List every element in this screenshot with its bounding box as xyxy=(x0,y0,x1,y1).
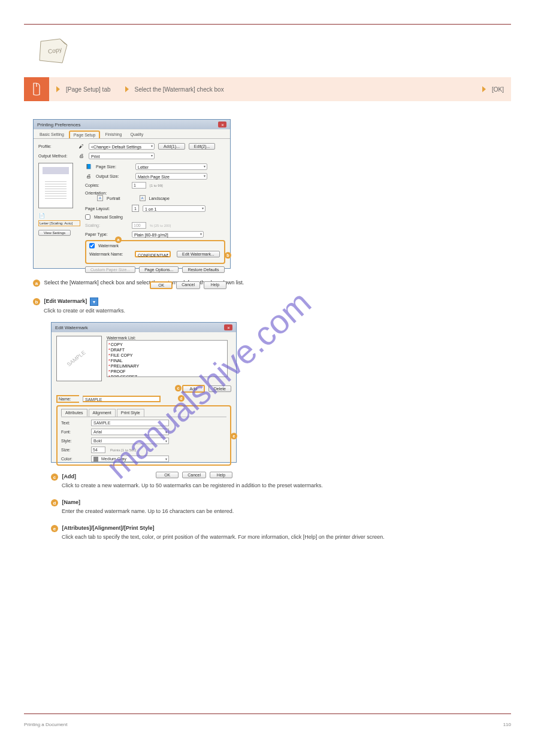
note-d-title: [Name] xyxy=(62,499,81,505)
copy-watermark-illustration: Copy xyxy=(36,37,72,65)
note-b-text: Click to create or edit watermarks. xyxy=(44,308,511,314)
watermark-name-label: Watermark Name: xyxy=(89,252,131,256)
path-step-1: [Page Setup] tab xyxy=(66,86,111,93)
cancel-button-2[interactable]: Cancel xyxy=(182,472,206,478)
cancel-button[interactable]: Cancel xyxy=(176,281,200,289)
portrait-radio[interactable]: Portrait xyxy=(107,196,120,201)
portrait-preview-icon: 📄 xyxy=(38,212,46,219)
output-method-combo[interactable]: Print xyxy=(89,153,155,159)
watermark-list[interactable]: *COPY *DRAFT *FILE COPY *FINAL *PRELIMIN… xyxy=(107,340,228,377)
note-e-title: [Attributes]/[Alignment]/[Print Style] xyxy=(62,525,155,531)
watermark-preview-text: SAMPLE xyxy=(66,350,87,368)
page-size-icon: 📘 xyxy=(85,163,92,170)
note-d-block: d [Name] Enter the created watermark nam… xyxy=(51,499,511,514)
page-layout-combo[interactable]: 1 on 1 xyxy=(143,205,205,212)
letter-b: b xyxy=(33,298,40,305)
page-container: Copy [Page Setup] tab Select the [Waterm… xyxy=(0,0,535,553)
font-combo[interactable]: Arial▾ xyxy=(91,429,169,435)
delete-watermark-button[interactable]: Delete xyxy=(208,385,231,392)
ok-button-2[interactable]: OK xyxy=(156,472,179,478)
scaling-spinner: 100 xyxy=(132,222,146,229)
paint-icon: 🖌 xyxy=(78,142,85,150)
profile-combo[interactable]: <Change> Default Settings xyxy=(89,143,155,150)
page-options-button[interactable]: Page Options... xyxy=(139,266,179,273)
view-settings-button[interactable]: View Settings xyxy=(38,230,71,236)
scaling-label: Scaling: xyxy=(85,223,128,227)
orientation-label: Orientation: xyxy=(85,191,225,195)
text-label: Text: xyxy=(61,421,86,425)
chevron-right-icon xyxy=(56,86,60,92)
add-profile-button[interactable]: Add(1)... xyxy=(158,143,185,150)
footer-category: Printing a Document xyxy=(24,722,67,727)
tab-quality[interactable]: Quality xyxy=(126,130,147,138)
edit-watermark-button[interactable]: Edit Watermark... xyxy=(177,251,220,257)
collapse-icon[interactable]: ▾ xyxy=(90,297,98,306)
watermark-preview: SAMPLE xyxy=(56,336,102,381)
footer-page-number: 110 xyxy=(503,722,511,727)
callout-d: d xyxy=(178,395,185,402)
edit-profile-button[interactable]: Edit(2)... xyxy=(189,143,215,150)
dialog2-titlebar: Edit Watermark ✕ xyxy=(52,323,236,332)
edit-watermark-dialog: Edit Watermark ✕ SAMPLE Watermark List: … xyxy=(51,322,237,463)
landscape-radio[interactable]: Landscape xyxy=(149,196,170,201)
tab-basic-setting[interactable]: Basic Setting xyxy=(36,130,68,138)
tab-attributes[interactable]: Attributes xyxy=(61,409,87,417)
note-e-text: Click each tab to specify the text, colo… xyxy=(62,534,511,540)
tab-page-setup[interactable]: Page Setup xyxy=(69,130,101,138)
mouse-icon xyxy=(24,77,49,101)
tab-print-style[interactable]: Print Style xyxy=(117,409,144,417)
ok-button[interactable]: OK xyxy=(150,281,173,289)
output-size-label: Output Size: xyxy=(96,174,132,178)
preview-scaling-label: Letter [Scaling: Auto] xyxy=(38,220,80,226)
custom-paper-size-button[interactable]: Custom Paper Size... xyxy=(85,266,135,273)
close-icon[interactable]: ✕ xyxy=(224,324,232,330)
bottom-divider xyxy=(24,714,511,714)
note-d-text: Enter the created watermark name. Up to … xyxy=(62,508,511,514)
page-size-combo[interactable]: Letter xyxy=(135,163,207,170)
paper-type-combo[interactable]: Plain [60-89 g/m2] xyxy=(132,231,204,238)
path-step-2: Select the [Watermark] check box xyxy=(135,86,224,93)
path-step-4: [OK] xyxy=(492,86,504,93)
watermark-options-frame: Watermark Watermark Name: CONFIDENTIAL E… xyxy=(85,240,225,264)
name-input[interactable]: SAMPLE xyxy=(83,396,161,402)
attributes-frame: Attributes Alignment Print Style Text: S… xyxy=(56,405,231,466)
tab-finishing[interactable]: Finishing xyxy=(101,130,125,138)
output-size-combo[interactable]: Match Page Size xyxy=(135,173,207,180)
printer-icon: 🖨 xyxy=(78,152,85,159)
callout-a: a xyxy=(115,236,122,243)
dialog-title: Printing Preferences xyxy=(37,122,80,127)
dialog-titlebar: Printing Preferences ✕ xyxy=(34,120,230,129)
name-label: Name: xyxy=(56,395,79,403)
add-watermark-button[interactable]: Add xyxy=(182,385,205,393)
style-combo[interactable]: Bold▾ xyxy=(91,438,169,444)
callout-e: e xyxy=(231,433,237,439)
watermark-name-combo[interactable]: CONFIDENTIAL xyxy=(135,251,171,257)
close-icon[interactable]: ✕ xyxy=(218,122,226,127)
help-button-2[interactable]: Help xyxy=(210,472,232,478)
tab-alignment[interactable]: Alignment xyxy=(89,409,116,417)
help-button[interactable]: Help xyxy=(204,281,226,289)
manual-scaling-checkbox[interactable] xyxy=(85,214,90,220)
letter-d: d xyxy=(51,499,58,506)
size-label: Size: xyxy=(61,448,86,452)
note-b-title: [Edit Watermark] xyxy=(44,298,87,304)
note-c-text: Click to create a new watermark. Up to 5… xyxy=(62,482,511,488)
font-label: Font: xyxy=(61,430,86,434)
size-spinner[interactable]: 54 xyxy=(91,447,105,453)
manual-scaling-label: Manual Scaling xyxy=(94,215,123,219)
text-input[interactable]: SAMPLE xyxy=(91,420,169,426)
dialog2-title: Edit Watermark xyxy=(55,325,88,330)
restore-defaults-button[interactable]: Restore Defaults xyxy=(182,266,224,273)
size-hint: Points [1 to 500] xyxy=(110,448,136,452)
dialog-tabs: Basic Setting Page Setup Finishing Quali… xyxy=(34,129,230,139)
color-combo[interactable]: Medium Gray▾ xyxy=(91,456,169,462)
page-layout-icon: 1 xyxy=(132,205,139,212)
copies-spinner[interactable]: 1 xyxy=(132,182,146,189)
note-e-block: e [Attributes]/[Alignment]/[Print Style]… xyxy=(51,525,511,540)
note-b-block: b [Edit Watermark] ▾ Click to create or … xyxy=(33,297,511,314)
watermark-check-label: Watermark xyxy=(98,244,119,248)
page-footer: Printing a Document 110 xyxy=(24,722,511,727)
style-label: Style: xyxy=(61,439,86,443)
output-method-label: Output Method: xyxy=(38,154,74,158)
watermark-checkbox[interactable] xyxy=(89,243,95,248)
